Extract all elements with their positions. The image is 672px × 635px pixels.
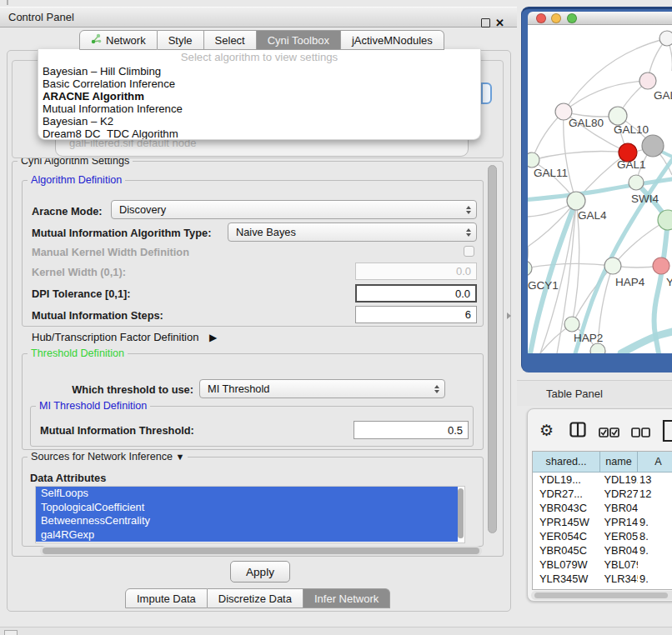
tab-style[interactable]: Style (158, 30, 204, 50)
settings-vscrollbar-thumb[interactable] (488, 165, 497, 533)
table-column-header[interactable]: A (638, 452, 672, 472)
table-row[interactable]: YBL079WYBL079W (533, 558, 672, 572)
table-row[interactable]: YBR045CYBR045C9. (533, 543, 672, 558)
data-attribute-item[interactable]: BetweennessCentrality (36, 514, 458, 528)
network-node-GAL4[interactable] (567, 192, 585, 210)
network-node-label: GAL1 (617, 158, 646, 171)
mi-algorithm-type-combo[interactable]: Naive Bayes (228, 222, 477, 242)
network-canvas[interactable]: GAL7GAL80GAL10GAL1GAL11SWI4GAL4HAP4YGCY1… (528, 25, 672, 353)
table-row[interactable]: YBR043CYBR043C (533, 501, 672, 515)
algorithm-option[interactable]: Basic Correlation Inference (38, 78, 480, 90)
dpi-tolerance-field[interactable]: 0.0 (355, 284, 477, 302)
sources-title-text: Sources for Network Inference (31, 451, 173, 462)
data-attribute-item[interactable]: TopologicalCoefficient (36, 501, 458, 515)
algorithm-option[interactable]: Mutual Information Inference (38, 102, 480, 115)
table-cell: YER054C (533, 529, 601, 543)
tab-network-label: Network (106, 34, 146, 47)
mi-steps-field[interactable]: 6 (355, 306, 477, 323)
table-row[interactable]: YER054CYER054C8. (533, 529, 672, 543)
which-threshold-label: Which threshold to use: (32, 383, 193, 396)
table-cell: YDR27... (601, 487, 639, 501)
tab-cyni-toolbox[interactable]: Cyni Toolbox (257, 30, 341, 50)
tab-jactivemnodules[interactable]: jActiveMNodules (341, 30, 444, 50)
select-all-checks-icon[interactable] (599, 426, 619, 441)
table-cell: YDL19... (601, 472, 639, 487)
network-node-nGray[interactable] (642, 135, 664, 157)
data-attribute-item[interactable]: SelfLoops (36, 487, 458, 501)
table-row[interactable]: YLR345WYLR345W9. (533, 572, 672, 586)
algorithm-option[interactable]: ARACNE Algorithm (38, 90, 480, 102)
table-cell: YIL052C (533, 586, 601, 590)
network-node-nBottom[interactable] (590, 343, 605, 353)
mi-threshold-label: Mutual Information Threshold: (40, 424, 194, 437)
network-node-GAL7[interactable] (639, 72, 656, 89)
data-attribute-item[interactable]: gal4RGexp (36, 528, 458, 542)
network-node-GAL10[interactable] (609, 107, 627, 125)
apply-button[interactable]: Apply (230, 561, 290, 582)
tab-infer-network[interactable]: Infer Network (303, 588, 390, 608)
algorithm-option[interactable]: Dream8 DC_TDC Algorithm (38, 128, 480, 140)
network-node-label: HAP4 (615, 276, 645, 288)
close-icon[interactable]: ✕ (495, 17, 504, 29)
table-cell: YBR045C (601, 543, 639, 558)
tab-select[interactable]: Select (204, 30, 257, 50)
network-node-HAP4[interactable] (604, 258, 621, 274)
bottom-tabbar: Impute Data Discretize Data Infer Networ… (125, 588, 390, 608)
app-root: Control Panel ✕ Network Style Select Cyn… (0, 0, 672, 635)
traffic-light-zoom-icon[interactable] (567, 13, 577, 23)
split-handle-icon[interactable] (507, 312, 511, 319)
bottom-left-partial-icon[interactable] (4, 630, 18, 635)
collapsed-arrow-icon: ▶ (209, 332, 217, 343)
network-node-Y[interactable] (653, 258, 669, 274)
traffic-light-close-icon[interactable] (536, 13, 546, 23)
gear-icon[interactable]: ⚙ (539, 422, 554, 438)
algorithm-option[interactable]: Bayesian – Hill Climbing (38, 65, 480, 78)
network-node-nTop[interactable] (659, 31, 672, 46)
table-column-header[interactable]: shared... (533, 452, 600, 472)
file-icon[interactable] (662, 419, 672, 446)
which-threshold-value: MI Threshold (208, 382, 269, 395)
tab-network[interactable]: Network (79, 30, 158, 50)
algorithm-dropdown-header: Select algorithm to view settings (38, 49, 480, 65)
network-node-GAL11[interactable] (528, 152, 539, 168)
algorithm-option[interactable]: Bayesian – K2 (38, 115, 480, 128)
top-tick (7, 0, 8, 5)
aracne-mode-combo[interactable]: Discovery (111, 200, 477, 219)
table-cell: YPR145W (601, 515, 639, 529)
attributes-vscrollbar-thumb[interactable] (458, 488, 464, 538)
network-node-label: HAP2 (574, 332, 603, 344)
which-threshold-combo[interactable]: MI Threshold (199, 379, 445, 398)
deselect-all-icon[interactable] (631, 426, 650, 441)
network-node-SWI4[interactable] (629, 175, 644, 190)
table-row[interactable]: YDR27...YDR27...12 (533, 487, 672, 501)
manual-kernel-checkbox[interactable] (464, 246, 474, 257)
network-node-GCY1[interactable] (528, 261, 532, 276)
tab-jactivemnodules-label: jActiveMNodules (352, 34, 433, 47)
algorithm-combo-arrow[interactable] (481, 82, 492, 104)
settings-hscrollbar-thumb[interactable] (43, 548, 479, 554)
aracne-mode-value: Discovery (119, 203, 166, 216)
tab-impute-data[interactable]: Impute Data (125, 588, 208, 608)
stepper-arrows-icon (434, 385, 439, 393)
network-node-label: GAL11 (534, 167, 568, 179)
table-hscrollbar-thumb[interactable] (534, 592, 668, 598)
mi-threshold-field[interactable]: 0.5 (354, 421, 469, 439)
table-row[interactable]: YIL052CYIL052C9 (533, 586, 672, 590)
table-row[interactable]: YPR145WYPR145W9. (533, 515, 672, 529)
tab-discretize-data[interactable]: Discretize Data (208, 588, 303, 608)
table-panel-title: Table Panel (546, 388, 603, 400)
hub-section-toggle[interactable]: Hub/Transcription Factor Definition ▶ (32, 331, 217, 343)
network-node-HAP2[interactable] (564, 317, 579, 332)
sources-title[interactable]: Sources for Network Inference ▼ (28, 451, 188, 462)
data-attributes-list[interactable]: SelfLoopsTopologicalCoefficientBetweenne… (35, 486, 465, 543)
float-window-icon[interactable] (481, 18, 490, 28)
threshold-definition-title: Threshold Definition (28, 348, 128, 359)
table-row[interactable]: YDL19...YDL19...13 (533, 472, 672, 487)
control-panel-titlebar: Control Panel ✕ (0, 7, 517, 28)
table-toolbar: ⚙ (528, 409, 672, 449)
table-column-header[interactable]: name (600, 452, 637, 472)
traffic-light-minimize-icon[interactable] (551, 13, 561, 23)
tab-discretize-data-label: Discretize Data (218, 592, 292, 605)
node-table[interactable]: shared...nameA YDL19...YDL19...13YDR27..… (532, 451, 672, 590)
columns-icon[interactable] (569, 422, 586, 441)
